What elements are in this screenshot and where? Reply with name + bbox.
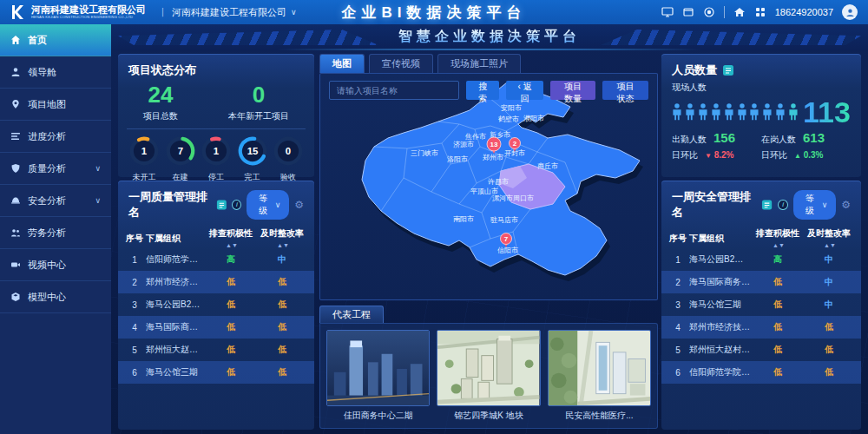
- table-row[interactable]: 1海马公园B2地块二期 高中: [661, 248, 861, 271]
- city-label: 济源市: [453, 141, 474, 148]
- map-panel: 安阳市 鹤壁市 濮阳市 新乡市 焦作市 济源市 三门峡市 洛阳市 郑州市 开封市…: [319, 73, 658, 300]
- tab-promo-video[interactable]: 宣传视频: [369, 54, 433, 73]
- project-cards: 佳田商务中心二期: [319, 323, 658, 429]
- table-row[interactable]: 2郑州市经济技术开发区青... 低低: [118, 271, 314, 293]
- divider: [724, 6, 725, 18]
- ring-in-progress: 7 在建: [163, 135, 198, 183]
- project-search-input[interactable]: [329, 81, 459, 100]
- sort-icon: ▲▼: [824, 242, 836, 248]
- table-row[interactable]: 6海马公馆三期 低低: [118, 361, 314, 384]
- header-actions: 18624920037: [661, 4, 868, 20]
- city-label: 商丘市: [537, 162, 558, 170]
- project-photo-aerial: [437, 330, 540, 406]
- project-status-panel: 项目状态分布 24 项目总数 0 本年新开工项目 1 未开工: [118, 54, 314, 177]
- info-icon[interactable]: i: [778, 200, 787, 210]
- sidebar-item-video-center[interactable]: 视频中心: [0, 249, 111, 281]
- sidebar-item-label: 安全分析: [28, 194, 66, 207]
- person-icon: [749, 102, 760, 122]
- attendance-value: 156: [713, 130, 735, 145]
- onduty-value: 613: [803, 130, 825, 145]
- dashboard: 河南科建建设工程有限公司 HENAN KEJIAN CONSTRUCTION E…: [0, 0, 868, 434]
- sidebar-item-label: 首页: [28, 34, 47, 47]
- sidebar-item-home[interactable]: 首页: [0, 24, 111, 56]
- col-c1[interactable]: 排查积极性▲▼: [753, 227, 802, 249]
- list-chart-icon: [10, 131, 21, 141]
- sidebar-item-labor-analysis[interactable]: 劳务分析: [0, 217, 111, 249]
- table-row[interactable]: 3海马公馆三期 低中: [661, 293, 861, 316]
- svg-text:2: 2: [513, 140, 517, 148]
- stat-value: 24: [143, 82, 178, 108]
- level-filter-dropdown[interactable]: 等级 ∨: [793, 190, 837, 220]
- onsite-value: 113: [803, 99, 851, 125]
- col-org: 下属组织: [146, 233, 207, 245]
- table-row[interactable]: 1信阳师范学院淮河校区二... 高中: [118, 248, 314, 271]
- col-c1[interactable]: 排查积极性▲▼: [207, 227, 255, 249]
- project-count-button[interactable]: 项目数量: [550, 81, 596, 100]
- project-photo-night: [326, 330, 430, 406]
- back-button[interactable]: ‹ 返回: [506, 81, 543, 100]
- sidebar-item-project-map[interactable]: 项目地图: [0, 89, 111, 121]
- col-c2[interactable]: 及时整改率▲▼: [802, 227, 856, 249]
- table-row[interactable]: 5郑州恒大赵村安置区A-0... 低低: [661, 339, 861, 361]
- ring-suspended: 1 停工: [199, 135, 233, 183]
- triangle-up-icon: ▲: [794, 152, 801, 160]
- apps-grid-icon[interactable]: [754, 6, 766, 18]
- dod-down-stat: 日环比 ▼ 8.2%: [672, 149, 761, 161]
- chevron-down-icon: ∨: [822, 201, 828, 209]
- project-status-button[interactable]: 项目状态: [602, 81, 648, 100]
- sidebar-item-label: 领导舱: [28, 66, 56, 79]
- monitor-icon[interactable]: [661, 6, 674, 18]
- project-card[interactable]: 锦艺四季城K 地块: [437, 330, 540, 422]
- tab-map[interactable]: 地图: [319, 54, 365, 73]
- table-row[interactable]: 4郑州市经济技术开发区青... 低低: [661, 316, 861, 339]
- col-c2[interactable]: 及时整改率▲▼: [255, 227, 309, 249]
- sidebar-item-leader-cabin[interactable]: 领导舱: [0, 56, 111, 89]
- search-button[interactable]: 搜索: [466, 81, 499, 100]
- record-icon[interactable]: [703, 6, 715, 18]
- sidebar-item-safety-analysis[interactable]: 安全分析 ∨: [0, 185, 111, 217]
- info-icon[interactable]: i: [232, 200, 241, 210]
- person-icon: [711, 102, 721, 122]
- tab-site-photos[interactable]: 现场施工照片: [437, 54, 521, 73]
- person-icon: [10, 67, 21, 77]
- logo-k-icon: [9, 3, 26, 21]
- home-icon[interactable]: [733, 6, 746, 18]
- table-row[interactable]: 5郑州恒大赵村安置区A-0... 低低: [118, 339, 314, 361]
- quality-rank-table: 序号 下属组织 排查积极性▲▼ 及时整改率▲▼ 1信阳师范学院淮河校区二... …: [118, 227, 314, 384]
- sort-icon: ▲▼: [773, 242, 785, 248]
- city-label: 郑州市: [483, 154, 503, 161]
- sidebar-item-progress-analysis[interactable]: 进度分析: [0, 121, 111, 153]
- gear-icon[interactable]: ⚙: [841, 199, 851, 211]
- project-card[interactable]: 民安高性能医疗...: [548, 330, 651, 422]
- sidebar-item-label: 进度分析: [28, 130, 66, 143]
- sidebar-item-quality-analysis[interactable]: 质量分析 ∨: [0, 153, 111, 185]
- stat-label: 本年新开工项目: [228, 110, 289, 122]
- table-row[interactable]: 2海马国际商务中心A1地... 低中: [661, 271, 861, 293]
- representative-projects-tab[interactable]: 代表工程: [319, 306, 384, 323]
- svg-text:0: 0: [286, 146, 291, 156]
- henan-province-map[interactable]: 安阳市 鹤壁市 濮阳市 新乡市 焦作市 济源市 三门峡市 洛阳市 郑州市 开封市…: [320, 74, 659, 301]
- table-row[interactable]: 6信阳师范学院淮河校区二... 低低: [661, 361, 861, 384]
- banner-glow-line: [262, 49, 716, 50]
- level-filter-dropdown[interactable]: 等级 ∨: [247, 190, 289, 220]
- gear-icon[interactable]: ⚙: [294, 199, 304, 211]
- video-camera-icon: [10, 260, 21, 270]
- window-icon[interactable]: [682, 6, 694, 18]
- svg-text:15: 15: [247, 146, 258, 156]
- project-card[interactable]: 佳田商务中心二期: [326, 330, 430, 422]
- onsite-label: 现场人数: [661, 82, 861, 94]
- logo-company-name-en: HENAN KEJIAN CONSTRUCTION ENGINEERING CO…: [31, 15, 146, 19]
- user-avatar[interactable]: [842, 4, 858, 20]
- map-tabs: 地图 宣传视频 现场施工照片: [319, 54, 521, 73]
- person-icon: [698, 102, 708, 122]
- city-label: 洛阳市: [447, 155, 468, 163]
- col-no: 序号: [667, 233, 689, 245]
- project-photo-towers: [548, 330, 651, 406]
- sidebar-item-model-center[interactable]: 模型中心: [0, 281, 111, 313]
- table-row[interactable]: 4海马国际商务中心A1地... 低低: [118, 316, 314, 339]
- col-org: 下属组织: [689, 233, 753, 245]
- company-selector[interactable]: 丨 河南科建建设工程有限公司 ∨: [158, 6, 297, 19]
- table-row[interactable]: 3海马公园B2地块二期 低低: [118, 293, 314, 316]
- col-no: 序号: [123, 233, 146, 245]
- city-label: 信阳市: [497, 247, 518, 254]
